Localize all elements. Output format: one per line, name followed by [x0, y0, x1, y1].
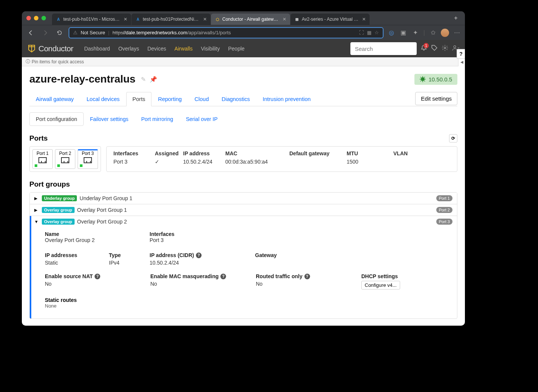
browser-tab[interactable]: ⊞Av2-series - Azure Virtual Mac✕ [290, 14, 370, 25]
tag-icon[interactable] [431, 44, 438, 53]
port-group-row[interactable]: ▶ Underlay group Underlay Port Group 1 P… [30, 193, 457, 204]
port-group-name: Overlay Port Group 1 [77, 207, 127, 213]
port-group-row[interactable]: ▶ Overlay group Overlay Port Group 1 Por… [30, 204, 457, 216]
tab-title: test-pub-hs01ProtectedNic - M [143, 17, 201, 22]
shield-icon[interactable]: ◎ [387, 29, 396, 37]
window-minimize[interactable] [34, 16, 38, 20]
address-bar[interactable]: ⚠ Not Secure | https//dale.temperednetwo… [69, 27, 384, 38]
nav-overlays[interactable]: Overlays [114, 46, 143, 52]
tab-title: Conductor - Airwall gateway - [222, 17, 280, 22]
col-assigned: Assigned [155, 150, 183, 156]
nav-people[interactable]: People [224, 46, 249, 52]
port-group-name: Overlay Port Group 2 [77, 219, 127, 225]
subtab-port-mirroring[interactable]: Port mirroring [135, 112, 180, 126]
detail-routed-value: No [256, 281, 361, 289]
tab-favicon: A [56, 17, 61, 22]
window-maximize[interactable] [41, 16, 46, 20]
status-dot [35, 164, 37, 167]
tab-intrusion-prevention[interactable]: Intrusion prevention [256, 92, 317, 106]
favorites-icon[interactable]: ✩ [429, 29, 437, 37]
pin-strip: ⓘ Pin items for quick access ◀ [22, 57, 465, 66]
status-dot [80, 164, 83, 167]
edit-settings-button[interactable]: Edit settings [415, 92, 457, 105]
overflow-menu[interactable]: ⋯ [453, 29, 461, 37]
nav-airwalls[interactable]: Airwalls [170, 46, 197, 52]
detail-ipa-label: IP addresses [45, 252, 109, 258]
tab-ports[interactable]: Ports [126, 92, 152, 106]
nav-visibility[interactable]: Visibility [197, 46, 224, 52]
nav-dashboard[interactable]: Dashboard [80, 46, 114, 52]
nav-devices[interactable]: Devices [143, 46, 170, 52]
static-routes-label: Static routes [45, 297, 450, 303]
edit-title-icon[interactable]: ✎ [141, 76, 146, 83]
overlay-badge: Overlay group [42, 219, 75, 225]
detail-nat-label: Enable source NAT? [45, 273, 150, 279]
browser-tab[interactable]: Atest-pub-hs01ProtectedNic - M✕ [131, 14, 211, 25]
help-icon[interactable]: ? [95, 274, 100, 279]
port-group-name: Underlay Port Group 1 [79, 195, 132, 201]
screen-icon[interactable]: ⛶ [359, 30, 364, 35]
app-header: Conductor DashboardOverlaysDevicesAirwal… [22, 40, 465, 57]
settings-icon[interactable] [442, 44, 448, 53]
detail-int-label: Interfaces [150, 231, 174, 237]
cell-mac: 00:0d:3a:a5:90:a4 [225, 159, 289, 165]
subtab-serial-over-ip[interactable]: Serial over IP [179, 112, 224, 126]
search-input[interactable] [350, 42, 417, 55]
cell-vlan [393, 159, 423, 165]
help-toggle[interactable]: ? [457, 49, 465, 59]
detail-name-value: Overlay Port Group 2 [45, 237, 150, 243]
ethernet-icon [38, 157, 47, 163]
refresh-ports-icon[interactable]: ⟳ [449, 134, 457, 142]
profile-avatar[interactable] [441, 29, 449, 37]
port-card[interactable]: Port 2 [55, 149, 75, 169]
window-close[interactable] [26, 16, 31, 20]
tab-favicon: ⬡ [215, 17, 220, 22]
detail-gw-label: Gateway [255, 252, 359, 258]
detail-type-label: Type [109, 252, 150, 258]
tab-reporting[interactable]: Reporting [151, 92, 188, 106]
new-tab-button[interactable]: + [451, 14, 460, 23]
notifications-icon[interactable]: 1 [420, 44, 427, 53]
pin-text: Pin items for quick access [32, 59, 84, 64]
status-ip-text: 10.50.0.5 [428, 76, 452, 83]
tab-close-icon[interactable]: ✕ [124, 17, 127, 22]
configure-dhcp-button[interactable]: Configure v4... [361, 281, 400, 289]
qr-icon[interactable]: ▦ [367, 30, 371, 35]
port-card[interactable]: Port 1 [32, 149, 53, 169]
pin-icon[interactable]: 📌 [150, 76, 157, 83]
caret-icon: ▶ [34, 196, 40, 201]
browser-tab[interactable]: Atest-pub-hs01Vm - Microsoft A✕ [52, 14, 131, 25]
tab-title: Av2-series - Azure Virtual Mac [302, 17, 360, 22]
help-icon[interactable]: ? [220, 274, 226, 279]
ethernet-icon [84, 157, 92, 163]
svg-line-9 [420, 81, 421, 81]
extensions-icon[interactable]: ✦ [411, 29, 420, 37]
blocker-icon[interactable]: ▣ [399, 29, 408, 37]
tab-close-icon[interactable]: ✕ [283, 17, 286, 22]
caret-down-icon: ▼ [34, 219, 40, 224]
detail-type-value: IPv4 [109, 260, 150, 266]
nav-back[interactable] [26, 28, 36, 38]
window-titlebar: Atest-pub-hs01Vm - Microsoft A✕Atest-pub… [22, 11, 465, 25]
tab-local-devices[interactable]: Local devices [80, 92, 126, 106]
tab-close-icon[interactable]: ✕ [203, 17, 207, 22]
port-chip: Port 2 [436, 207, 452, 213]
help-icon[interactable]: ? [196, 253, 202, 258]
nav-reload[interactable] [54, 28, 65, 38]
detail-gw-value [255, 260, 359, 266]
cell-gw [289, 159, 347, 165]
port-card-list: Port 1Port 2Port 3 [29, 146, 101, 172]
browser-tab[interactable]: ⬡Conductor - Airwall gateway - ✕ [211, 14, 290, 25]
subtab-port-configuration[interactable]: Port configuration [29, 112, 84, 126]
tab-diagnostics[interactable]: Diagnostics [215, 92, 256, 106]
port-group-row[interactable]: ▼ Overlay group Overlay Port Group 2 Por… [30, 216, 457, 227]
tab-cloud[interactable]: Cloud [188, 92, 215, 106]
port-card[interactable]: Port 3 [78, 149, 98, 169]
tab-airwall-gateway[interactable]: Airwall gateway [29, 92, 80, 106]
ports-heading: Ports [29, 134, 48, 142]
subtab-failover-settings[interactable]: Failover settings [84, 112, 135, 126]
tab-favicon: ⊞ [294, 17, 300, 22]
tab-close-icon[interactable]: ✕ [362, 17, 366, 22]
help-icon[interactable]: ? [304, 274, 310, 279]
bookmark-icon[interactable]: ☆ [374, 30, 379, 35]
